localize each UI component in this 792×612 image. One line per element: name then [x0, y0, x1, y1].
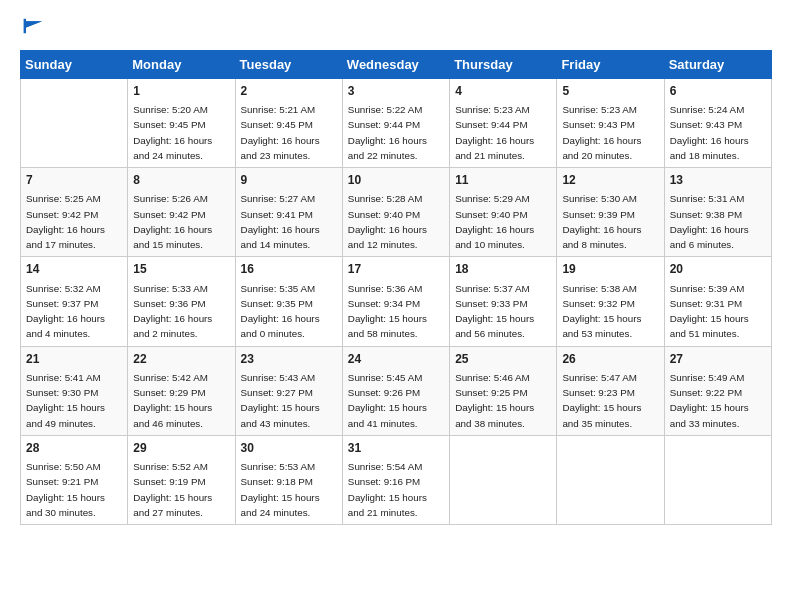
- cell-info: Sunrise: 5:49 AM Sunset: 9:22 PM Dayligh…: [670, 372, 749, 429]
- cell-info: Sunrise: 5:22 AM Sunset: 9:44 PM Dayligh…: [348, 104, 427, 161]
- calendar-cell: 31Sunrise: 5:54 AM Sunset: 9:16 PM Dayli…: [342, 435, 449, 524]
- column-header-thursday: Thursday: [450, 50, 557, 78]
- calendar-cell: 13Sunrise: 5:31 AM Sunset: 9:38 PM Dayli…: [664, 168, 771, 257]
- calendar-cell: [21, 78, 128, 167]
- day-number: 13: [670, 172, 766, 189]
- cell-info: Sunrise: 5:43 AM Sunset: 9:27 PM Dayligh…: [241, 372, 320, 429]
- calendar-table: SundayMondayTuesdayWednesdayThursdayFrid…: [20, 50, 772, 525]
- day-number: 3: [348, 83, 444, 100]
- day-number: 30: [241, 440, 337, 457]
- cell-info: Sunrise: 5:28 AM Sunset: 9:40 PM Dayligh…: [348, 193, 427, 250]
- calendar-cell: 21Sunrise: 5:41 AM Sunset: 9:30 PM Dayli…: [21, 346, 128, 435]
- calendar-cell: 25Sunrise: 5:46 AM Sunset: 9:25 PM Dayli…: [450, 346, 557, 435]
- day-number: 4: [455, 83, 551, 100]
- day-number: 31: [348, 440, 444, 457]
- calendar-cell: 19Sunrise: 5:38 AM Sunset: 9:32 PM Dayli…: [557, 257, 664, 346]
- calendar-cell: 17Sunrise: 5:36 AM Sunset: 9:34 PM Dayli…: [342, 257, 449, 346]
- calendar-cell: 12Sunrise: 5:30 AM Sunset: 9:39 PM Dayli…: [557, 168, 664, 257]
- cell-info: Sunrise: 5:50 AM Sunset: 9:21 PM Dayligh…: [26, 461, 105, 518]
- cell-info: Sunrise: 5:54 AM Sunset: 9:16 PM Dayligh…: [348, 461, 427, 518]
- logo: [20, 20, 46, 40]
- calendar-cell: 7Sunrise: 5:25 AM Sunset: 9:42 PM Daylig…: [21, 168, 128, 257]
- calendar-cell: 10Sunrise: 5:28 AM Sunset: 9:40 PM Dayli…: [342, 168, 449, 257]
- calendar-cell: [450, 435, 557, 524]
- day-number: 9: [241, 172, 337, 189]
- cell-info: Sunrise: 5:29 AM Sunset: 9:40 PM Dayligh…: [455, 193, 534, 250]
- cell-info: Sunrise: 5:33 AM Sunset: 9:36 PM Dayligh…: [133, 283, 212, 340]
- cell-info: Sunrise: 5:36 AM Sunset: 9:34 PM Dayligh…: [348, 283, 427, 340]
- calendar-cell: 18Sunrise: 5:37 AM Sunset: 9:33 PM Dayli…: [450, 257, 557, 346]
- calendar-cell: 24Sunrise: 5:45 AM Sunset: 9:26 PM Dayli…: [342, 346, 449, 435]
- cell-info: Sunrise: 5:52 AM Sunset: 9:19 PM Dayligh…: [133, 461, 212, 518]
- calendar-cell: 23Sunrise: 5:43 AM Sunset: 9:27 PM Dayli…: [235, 346, 342, 435]
- day-number: 1: [133, 83, 229, 100]
- calendar-cell: 22Sunrise: 5:42 AM Sunset: 9:29 PM Dayli…: [128, 346, 235, 435]
- day-number: 7: [26, 172, 122, 189]
- cell-info: Sunrise: 5:27 AM Sunset: 9:41 PM Dayligh…: [241, 193, 320, 250]
- column-header-friday: Friday: [557, 50, 664, 78]
- column-header-monday: Monday: [128, 50, 235, 78]
- cell-info: Sunrise: 5:39 AM Sunset: 9:31 PM Dayligh…: [670, 283, 749, 340]
- calendar-cell: 28Sunrise: 5:50 AM Sunset: 9:21 PM Dayli…: [21, 435, 128, 524]
- cell-info: Sunrise: 5:41 AM Sunset: 9:30 PM Dayligh…: [26, 372, 105, 429]
- calendar-cell: 26Sunrise: 5:47 AM Sunset: 9:23 PM Dayli…: [557, 346, 664, 435]
- day-number: 25: [455, 351, 551, 368]
- calendar-cell: 8Sunrise: 5:26 AM Sunset: 9:42 PM Daylig…: [128, 168, 235, 257]
- logo-general-text: [20, 20, 46, 40]
- day-number: 29: [133, 440, 229, 457]
- day-number: 28: [26, 440, 122, 457]
- day-number: 10: [348, 172, 444, 189]
- day-number: 16: [241, 261, 337, 278]
- cell-info: Sunrise: 5:24 AM Sunset: 9:43 PM Dayligh…: [670, 104, 749, 161]
- day-number: 12: [562, 172, 658, 189]
- calendar-week-row: 21Sunrise: 5:41 AM Sunset: 9:30 PM Dayli…: [21, 346, 772, 435]
- calendar-week-row: 14Sunrise: 5:32 AM Sunset: 9:37 PM Dayli…: [21, 257, 772, 346]
- cell-info: Sunrise: 5:21 AM Sunset: 9:45 PM Dayligh…: [241, 104, 320, 161]
- day-number: 20: [670, 261, 766, 278]
- calendar-header-row: SundayMondayTuesdayWednesdayThursdayFrid…: [21, 50, 772, 78]
- calendar-cell: [557, 435, 664, 524]
- calendar-cell: 11Sunrise: 5:29 AM Sunset: 9:40 PM Dayli…: [450, 168, 557, 257]
- day-number: 26: [562, 351, 658, 368]
- cell-info: Sunrise: 5:25 AM Sunset: 9:42 PM Dayligh…: [26, 193, 105, 250]
- calendar-cell: 2Sunrise: 5:21 AM Sunset: 9:45 PM Daylig…: [235, 78, 342, 167]
- cell-info: Sunrise: 5:23 AM Sunset: 9:44 PM Dayligh…: [455, 104, 534, 161]
- day-number: 23: [241, 351, 337, 368]
- day-number: 27: [670, 351, 766, 368]
- column-header-wednesday: Wednesday: [342, 50, 449, 78]
- day-number: 22: [133, 351, 229, 368]
- calendar-cell: 16Sunrise: 5:35 AM Sunset: 9:35 PM Dayli…: [235, 257, 342, 346]
- cell-info: Sunrise: 5:20 AM Sunset: 9:45 PM Dayligh…: [133, 104, 212, 161]
- cell-info: Sunrise: 5:45 AM Sunset: 9:26 PM Dayligh…: [348, 372, 427, 429]
- column-header-sunday: Sunday: [21, 50, 128, 78]
- cell-info: Sunrise: 5:35 AM Sunset: 9:35 PM Dayligh…: [241, 283, 320, 340]
- calendar-cell: 27Sunrise: 5:49 AM Sunset: 9:22 PM Dayli…: [664, 346, 771, 435]
- calendar-cell: 3Sunrise: 5:22 AM Sunset: 9:44 PM Daylig…: [342, 78, 449, 167]
- day-number: 19: [562, 261, 658, 278]
- cell-info: Sunrise: 5:42 AM Sunset: 9:29 PM Dayligh…: [133, 372, 212, 429]
- cell-info: Sunrise: 5:37 AM Sunset: 9:33 PM Dayligh…: [455, 283, 534, 340]
- day-number: 11: [455, 172, 551, 189]
- calendar-cell: 1Sunrise: 5:20 AM Sunset: 9:45 PM Daylig…: [128, 78, 235, 167]
- day-number: 14: [26, 261, 122, 278]
- calendar-week-row: 1Sunrise: 5:20 AM Sunset: 9:45 PM Daylig…: [21, 78, 772, 167]
- day-number: 6: [670, 83, 766, 100]
- cell-info: Sunrise: 5:23 AM Sunset: 9:43 PM Dayligh…: [562, 104, 641, 161]
- cell-info: Sunrise: 5:32 AM Sunset: 9:37 PM Dayligh…: [26, 283, 105, 340]
- calendar-cell: 5Sunrise: 5:23 AM Sunset: 9:43 PM Daylig…: [557, 78, 664, 167]
- calendar-cell: 6Sunrise: 5:24 AM Sunset: 9:43 PM Daylig…: [664, 78, 771, 167]
- cell-info: Sunrise: 5:46 AM Sunset: 9:25 PM Dayligh…: [455, 372, 534, 429]
- calendar-cell: 14Sunrise: 5:32 AM Sunset: 9:37 PM Dayli…: [21, 257, 128, 346]
- svg-marker-1: [26, 21, 42, 27]
- column-header-tuesday: Tuesday: [235, 50, 342, 78]
- calendar-cell: 15Sunrise: 5:33 AM Sunset: 9:36 PM Dayli…: [128, 257, 235, 346]
- column-header-saturday: Saturday: [664, 50, 771, 78]
- cell-info: Sunrise: 5:30 AM Sunset: 9:39 PM Dayligh…: [562, 193, 641, 250]
- day-number: 8: [133, 172, 229, 189]
- cell-info: Sunrise: 5:38 AM Sunset: 9:32 PM Dayligh…: [562, 283, 641, 340]
- cell-info: Sunrise: 5:26 AM Sunset: 9:42 PM Dayligh…: [133, 193, 212, 250]
- day-number: 5: [562, 83, 658, 100]
- day-number: 24: [348, 351, 444, 368]
- day-number: 2: [241, 83, 337, 100]
- day-number: 17: [348, 261, 444, 278]
